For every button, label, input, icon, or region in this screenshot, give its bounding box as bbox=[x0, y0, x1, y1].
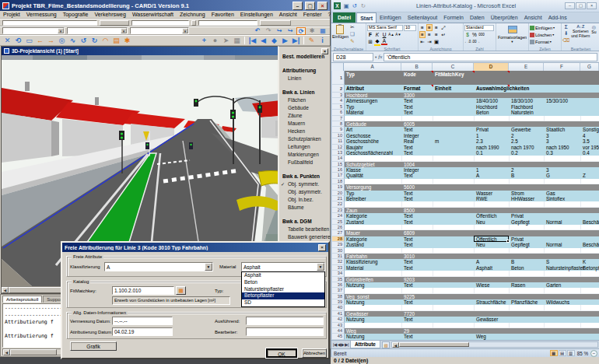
cell[interactable] bbox=[545, 305, 581, 310]
cell[interactable]: 18/40/100 bbox=[475, 98, 510, 103]
cell[interactable] bbox=[433, 311, 475, 317]
cell[interactable]: Grünstreifen bbox=[345, 277, 402, 282]
cell[interactable] bbox=[545, 288, 581, 293]
cell[interactable]: Neu bbox=[475, 219, 510, 225]
cell[interactable] bbox=[475, 323, 510, 328]
cell[interactable]: Kategorie bbox=[345, 213, 402, 219]
cell[interactable]: 2 bbox=[510, 133, 545, 138]
cell[interactable]: Naturstein bbox=[510, 110, 545, 115]
cell[interactable] bbox=[545, 271, 581, 276]
cell[interactable]: Text bbox=[402, 104, 433, 110]
cell[interactable]: K bbox=[581, 259, 599, 264]
view-back-icon[interactable]: ← bbox=[35, 36, 45, 45]
command-field-2[interactable] bbox=[131, 20, 189, 26]
row-header[interactable]: 13 bbox=[332, 150, 345, 156]
cell[interactable]: Text bbox=[402, 219, 433, 225]
cell[interactable]: Nutzung bbox=[345, 299, 402, 305]
chevron-down-icon[interactable]: ▾ bbox=[375, 55, 377, 59]
cell[interactable] bbox=[475, 121, 510, 127]
cell[interactable] bbox=[545, 162, 581, 167]
cell[interactable]: 3 bbox=[545, 138, 581, 144]
cell[interactable] bbox=[475, 305, 510, 310]
cell[interactable]: B bbox=[510, 259, 545, 264]
cell[interactable] bbox=[510, 271, 545, 276]
cell[interactable]: 7720 bbox=[402, 311, 433, 317]
cell[interactable] bbox=[581, 299, 599, 305]
material-select[interactable]: Asphalt ▾ bbox=[241, 262, 325, 271]
cell[interactable]: nach 1990 bbox=[475, 145, 510, 150]
cell[interactable] bbox=[433, 294, 475, 299]
cell[interactable]: Abmessungen bbox=[345, 98, 402, 103]
cell[interactable] bbox=[510, 311, 545, 317]
row-header[interactable]: 1 bbox=[332, 71, 345, 85]
grid-icon[interactable]: ▦ bbox=[232, 36, 242, 45]
cell[interactable]: Einheit bbox=[433, 85, 475, 93]
row-header[interactable]: 7 bbox=[332, 116, 345, 121]
cell[interactable]: Versorgung bbox=[345, 184, 402, 190]
cell[interactable] bbox=[581, 201, 599, 207]
cell[interactable]: 9203 bbox=[402, 277, 433, 282]
cell[interactable] bbox=[475, 311, 510, 317]
cell[interactable] bbox=[545, 248, 581, 254]
cell[interactable] bbox=[581, 282, 599, 288]
cell[interactable]: B bbox=[510, 173, 545, 178]
cell[interactable]: Beschädigt bbox=[581, 219, 599, 225]
cell[interactable] bbox=[402, 248, 433, 254]
cell[interactable] bbox=[433, 225, 475, 230]
cell[interactable]: Gewerbe bbox=[510, 127, 545, 132]
cell[interactable] bbox=[581, 288, 599, 293]
select-all-corner[interactable] bbox=[331, 63, 344, 71]
cell[interactable] bbox=[581, 116, 599, 121]
row-header[interactable]: 8 bbox=[332, 121, 345, 127]
cell[interactable]: Betonpflaster bbox=[581, 265, 599, 271]
row-header[interactable]: 39 bbox=[332, 299, 345, 305]
cell[interactable] bbox=[345, 248, 402, 254]
menu-fenster[interactable]: Fenster bbox=[303, 12, 322, 17]
cell[interactable] bbox=[581, 191, 599, 196]
cell[interactable]: Privat bbox=[510, 236, 545, 242]
panel-item-bäume[interactable]: Bäume bbox=[282, 205, 330, 212]
cell[interactable] bbox=[545, 93, 581, 98]
row-header[interactable]: 17 bbox=[332, 173, 345, 178]
cell[interactable] bbox=[402, 179, 433, 184]
redo-icon[interactable]: ↷ bbox=[264, 27, 273, 35]
cell[interactable]: Sonstiges bbox=[581, 127, 599, 132]
row-header[interactable]: 42 bbox=[332, 317, 345, 322]
tab-datei[interactable]: Datei bbox=[333, 12, 356, 23]
cell[interactable] bbox=[345, 271, 402, 276]
cell[interactable]: Mauer bbox=[345, 230, 402, 236]
cell[interactable]: 6809 bbox=[402, 230, 433, 236]
cell[interactable]: S bbox=[545, 259, 581, 264]
cell[interactable] bbox=[433, 288, 475, 293]
row-header[interactable]: 31 bbox=[332, 254, 345, 259]
settings-icon[interactable]: ✱ bbox=[122, 36, 132, 45]
search-button[interactable]: ◎ Su bbox=[591, 24, 596, 44]
cell[interactable] bbox=[510, 201, 545, 207]
save-icon[interactable]: ▣ bbox=[342, 2, 350, 9]
cell[interactable] bbox=[433, 277, 475, 282]
chevron-down-icon[interactable]: ▾ bbox=[182, 28, 188, 33]
panel-item-tabelle-bearbeiten[interactable]: Tabelle bearbeiten bbox=[282, 226, 330, 234]
panel-item-hecken[interactable]: Hecken bbox=[282, 128, 330, 136]
column-header-e[interactable]: E bbox=[509, 63, 544, 71]
cell[interactable] bbox=[510, 254, 545, 259]
cell[interactable] bbox=[581, 225, 599, 230]
cell[interactable]: HHWasser bbox=[510, 196, 545, 201]
cell[interactable]: 3.5 bbox=[581, 138, 599, 144]
cell[interactable] bbox=[345, 305, 402, 310]
close-button[interactable]: × bbox=[317, 2, 328, 10]
view-button[interactable]: ▥ bbox=[567, 350, 575, 356]
cell[interactable] bbox=[581, 277, 599, 282]
cell[interactable] bbox=[475, 288, 510, 293]
cell[interactable] bbox=[581, 179, 599, 184]
cell[interactable] bbox=[433, 156, 475, 161]
cell[interactable] bbox=[581, 71, 599, 85]
align-left-icon[interactable]: ≡ bbox=[419, 31, 426, 38]
cell[interactable]: Gewässer bbox=[345, 311, 402, 317]
cell[interactable] bbox=[433, 230, 475, 236]
cell[interactable] bbox=[345, 323, 402, 328]
material-option-beton[interactable]: Beton bbox=[242, 279, 324, 286]
indent-decrease-icon[interactable]: ⇤ bbox=[419, 39, 426, 45]
cell[interactable]: Klassifizierung bbox=[345, 259, 402, 264]
cell[interactable]: 1 bbox=[475, 167, 510, 173]
